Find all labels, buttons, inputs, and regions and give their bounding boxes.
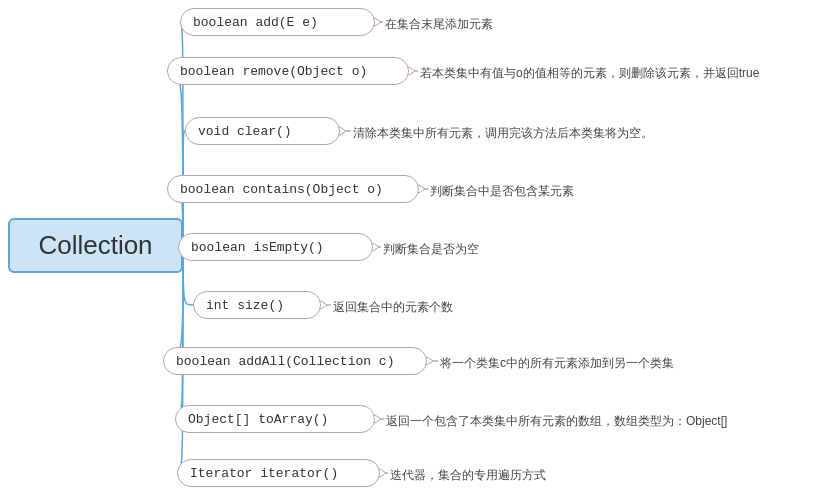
method-box-contains: boolean contains(Object o) — [167, 175, 419, 203]
desc-isEmpty: 判断集合是否为空 — [383, 241, 479, 258]
method-box-addAll: boolean addAll(Collection c) — [163, 347, 427, 375]
desc-size: 返回集合中的元素个数 — [333, 299, 453, 316]
desc-remove: 若本类集中有值与o的值相等的元素，则删除该元素，并返回true — [420, 65, 759, 82]
diagram: Collection boolean add(E e)在集合末尾添加元素bool… — [0, 0, 826, 501]
desc-add: 在集合末尾添加元素 — [385, 16, 493, 33]
method-box-size: int size() — [193, 291, 321, 319]
method-box-toArray: Object[] toArray() — [175, 405, 375, 433]
desc-clear: 清除本类集中所有元素，调用完该方法后本类集将为空。 — [353, 125, 653, 142]
desc-contains: 判断集合中是否包含某元素 — [430, 183, 574, 200]
method-box-isEmpty: boolean isEmpty() — [178, 233, 373, 261]
method-box-iterator: Iterator iterator() — [177, 459, 380, 487]
desc-toArray: 返回一个包含了本类集中所有元素的数组，数组类型为：Object[] — [386, 413, 727, 430]
method-box-add: boolean add(E e) — [180, 8, 375, 36]
desc-iterator: 迭代器，集合的专用遍历方式 — [390, 467, 546, 484]
desc-addAll: 将一个类集c中的所有元素添加到另一个类集 — [440, 355, 674, 372]
method-box-remove: boolean remove(Object o) — [167, 57, 409, 85]
method-box-clear: void clear() — [185, 117, 340, 145]
collection-node: Collection — [8, 218, 183, 273]
